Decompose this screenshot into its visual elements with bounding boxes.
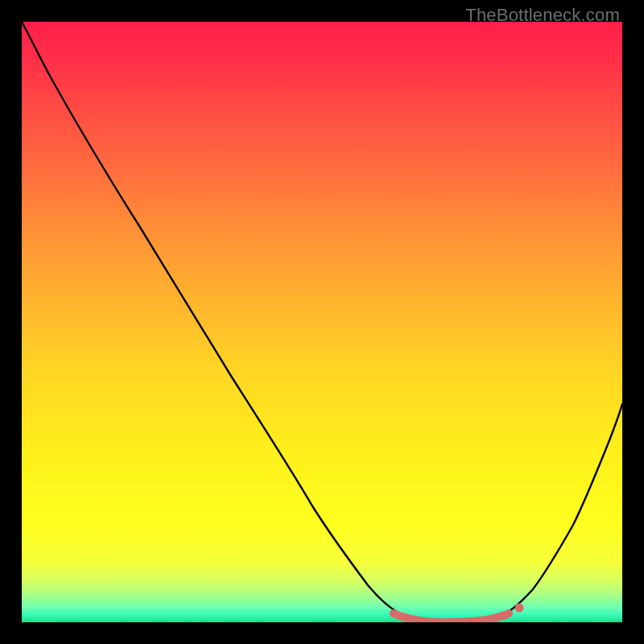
plot-area — [22, 22, 622, 622]
watermark-text: TheBottleneck.com — [465, 5, 620, 26]
curve-layer — [22, 22, 622, 622]
highlight-dot-icon — [515, 604, 524, 613]
chart-frame: TheBottleneck.com — [0, 0, 644, 644]
highlight-segment — [394, 613, 509, 622]
bottleneck-curve — [22, 22, 622, 622]
